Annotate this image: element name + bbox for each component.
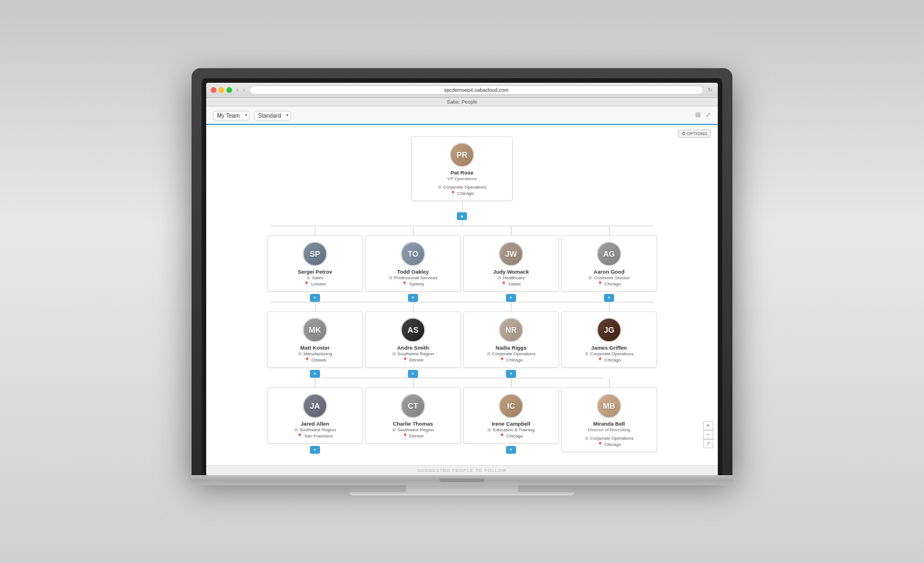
dept-icon: ⊞ — [585, 351, 589, 356]
back-arrow-icon[interactable]: ‹ — [236, 87, 239, 93]
level3-row: JA Jared Allen ⊞ Southwest Region — [267, 378, 657, 454]
org-card-jared[interactable]: JA Jared Allen ⊞ Southwest Region — [267, 387, 363, 444]
expand-irene[interactable]: ▾ — [506, 446, 516, 454]
team-selector[interactable]: My Team — [213, 111, 250, 120]
laptop-wrapper: ‹ › spcdemoep4.sabacloud.com ↻ Saba: Peo… — [192, 68, 732, 495]
person-loc-judy: 📍 Dallas — [501, 282, 521, 287]
person-name-sergei: Sergei Petrov — [297, 269, 332, 275]
location-icon: 📍 — [499, 358, 505, 363]
org-card-sergei[interactable]: SP Sergei Petrov ⊞ Sales — [267, 235, 363, 292]
card-wrapper-jared: JA Jared Allen ⊞ Southwest Region — [267, 378, 363, 454]
dept-icon: ⊞ — [294, 427, 298, 432]
person-name-irene: Irene Campbell — [492, 421, 530, 427]
person-name-pat-rose: Pat Rose — [451, 169, 474, 176]
expand-button-root[interactable]: ▲ — [457, 212, 467, 220]
dept-icon: ⊞ — [392, 351, 396, 356]
card-wrapper-charlie: CT Charlie Thomas ⊞ Southwest Region — [365, 378, 461, 454]
person-dept-matt: ⊞ Manufacturing — [298, 351, 332, 356]
person-dept-jared: ⊞ Southwest Region — [294, 427, 336, 432]
org-card-judy[interactable]: JW Judy Womack ⊞ Healthcare — [463, 235, 559, 292]
person-dept-irene: ⊞ Education & Training — [487, 427, 535, 432]
expand-jared[interactable]: ▾ — [310, 446, 320, 454]
dept-icon: ⊞ — [298, 351, 302, 356]
minimize-button[interactable] — [219, 87, 224, 93]
level1-container: SP Sergei Petrov ⊞ Sales — [217, 226, 707, 302]
zoom-controls: + − ⤢ — [703, 421, 713, 448]
dept-icon: ⊞ — [588, 275, 592, 280]
expand-andre[interactable]: ▾ — [408, 370, 418, 378]
expand-sergei[interactable]: ▾ — [310, 294, 320, 302]
browser-chrome: ‹ › spcdemoep4.sabacloud.com ↻ — [206, 83, 718, 98]
dept-icon: ⊞ — [487, 427, 491, 432]
avatar-james: JG — [597, 318, 621, 342]
person-name-aaron: Aaron Good — [594, 269, 625, 275]
person-dept-james: ⊞ Corporate Operations — [585, 351, 634, 356]
team-selector-wrapper: My Team — [213, 110, 250, 120]
refresh-icon[interactable]: ↻ — [707, 87, 713, 93]
expand-matt[interactable]: ▾ — [310, 370, 320, 378]
person-loc-andre: 📍 Denver — [402, 358, 424, 363]
laptop-base — [192, 475, 732, 485]
person-loc-charlie: 📍 Denver — [402, 434, 424, 439]
location-icon: 📍 — [402, 282, 407, 287]
expand-judy[interactable]: ▾ — [506, 294, 516, 302]
avatar-aaron: AG — [597, 242, 621, 266]
org-card-andre[interactable]: AS Andre Smith ⊞ Southwest Region — [365, 311, 461, 368]
org-card-james[interactable]: JG James Griffen ⊞ Corporate Operations — [561, 311, 657, 368]
person-title-miranda: Director of Recruiting — [588, 427, 630, 432]
chevron-down-icon: ▾ — [412, 372, 414, 376]
level1-row: SP Sergei Petrov ⊞ Sales — [267, 226, 657, 302]
expand-todd[interactable]: ▾ — [408, 294, 418, 302]
person-name-jared: Jared Allen — [301, 421, 330, 427]
org-card-irene[interactable]: IC Irene Campbell ⊞ Education & Training — [463, 387, 559, 444]
person-loc-matt: 📍 Ottawa — [304, 358, 326, 363]
location-icon: 📍 — [402, 358, 408, 363]
maximize-button[interactable] — [226, 87, 232, 93]
person-loc-aaron: 📍 Chicago — [597, 282, 621, 287]
laptop-body: ‹ › spcdemoep4.sabacloud.com ↻ Saba: Peo… — [192, 68, 732, 475]
person-dept-andre: ⊞ Southwest Region — [392, 351, 434, 356]
forward-arrow-icon[interactable]: › — [242, 87, 246, 93]
laptop-stand — [406, 485, 518, 492]
close-button[interactable] — [211, 87, 216, 93]
expand-nadia[interactable]: ▾ — [506, 370, 516, 378]
location-icon: 📍 — [597, 358, 603, 363]
org-card-todd[interactable]: TO Todd Oakley ⊞ Professional Services — [365, 235, 461, 292]
person-name-todd: Todd Oakley — [397, 269, 429, 275]
card-wrapper-nadia: NR Nadia Riggs ⊞ Corporate Operations — [463, 302, 559, 378]
org-card-miranda[interactable]: MB Miranda Bell Director of Recruiting ⊞… — [561, 387, 657, 452]
org-card-aaron[interactable]: AG Aaron Good ⊞ Customer Service — [561, 235, 657, 292]
person-name-andre: Andre Smith — [397, 345, 429, 351]
chevron-down-icon: ▾ — [608, 296, 610, 300]
dept-icon: ⊞ — [438, 185, 442, 190]
share-icon[interactable]: ⤢ — [705, 111, 711, 119]
avatar-charlie: CT — [401, 394, 425, 418]
avatar-miranda: MB — [597, 394, 621, 418]
person-dept-nadia: ⊞ Corporate Operations — [487, 351, 536, 356]
screen-bezel: ‹ › spcdemoep4.sabacloud.com ↻ Saba: Peo… — [202, 78, 722, 475]
screen: ‹ › spcdemoep4.sabacloud.com ↻ Saba: Peo… — [206, 83, 718, 475]
zoom-in-button[interactable]: + — [703, 421, 713, 430]
org-card-charlie[interactable]: CT Charlie Thomas ⊞ Southwest Region — [365, 387, 461, 444]
expand-aaron[interactable]: ▾ — [604, 294, 614, 302]
card-wrapper-irene: IC Irene Campbell ⊞ Education & Training — [463, 378, 559, 454]
connector-root-l1 — [462, 201, 463, 210]
location-icon: 📍 — [304, 358, 310, 363]
org-card-matt[interactable]: MK Matt Koster ⊞ Manufacturing — [267, 311, 363, 368]
chevron-down-icon: ▾ — [314, 372, 316, 376]
zoom-out-button[interactable]: − — [703, 430, 713, 439]
card-wrapper-james: JG James Griffen ⊞ Corporate Operations — [561, 302, 657, 378]
url-bar[interactable]: spcdemoep4.sabacloud.com — [250, 86, 703, 95]
avatar-sergei: SP — [303, 242, 327, 266]
expand-root: ▲ — [457, 210, 467, 220]
org-card-pat-rose[interactable]: PR Pat Rose VP Operations ⊞ Corporate Op… — [411, 136, 513, 201]
zoom-fit-button[interactable]: ⤢ — [703, 439, 713, 448]
dept-icon: ⊞ — [487, 351, 491, 356]
person-dept-pat-rose: ⊞ Corporate Operations — [438, 185, 487, 190]
location-icon: 📍 — [597, 282, 603, 287]
org-card-nadia[interactable]: NR Nadia Riggs ⊞ Corporate Operations — [463, 311, 559, 368]
card-wrapper-sergei: SP Sergei Petrov ⊞ Sales — [267, 226, 363, 302]
export-icon[interactable]: ⊞ — [695, 111, 701, 119]
avatar-pat-rose: PR — [450, 142, 474, 167]
view-selector[interactable]: Standard — [254, 111, 291, 120]
